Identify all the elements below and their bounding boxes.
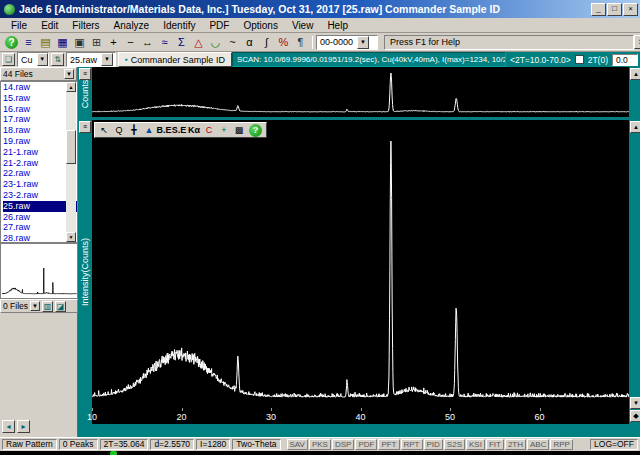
anode-combo[interactable]: Cu ▼ [17, 52, 49, 67]
pattern-thumbnail[interactable] [0, 243, 78, 299]
status-button-pks[interactable]: PKS [309, 439, 331, 450]
x-axis-ticks: 102030405060 [92, 410, 629, 422]
scroll-up-icon[interactable]: ▲ [66, 82, 76, 92]
main-chart-menu-icon[interactable]: ≡ [79, 121, 91, 133]
status-button-rpt[interactable]: RPT [401, 439, 423, 450]
status-button-rpp[interactable]: RPP [550, 439, 572, 450]
full-range-icon[interactable]: ↔ [139, 35, 156, 50]
status-button-2th[interactable]: 2TH [505, 439, 526, 450]
anode-value: Cu [21, 55, 33, 65]
chevron-down-icon[interactable]: ▼ [30, 301, 40, 311]
chevron-down-icon[interactable]: ▼ [64, 69, 74, 79]
wavelength-spin[interactable]: ⇅ [51, 53, 64, 66]
taskbar-jade-icon[interactable] [110, 451, 117, 455]
close-pattern-button[interactable]: × [634, 35, 640, 49]
overview-chart[interactable] [92, 67, 629, 117]
menu-view[interactable]: View [285, 20, 321, 31]
file-count-dropdown[interactable]: 44 Files ▼ [0, 67, 77, 81]
integrate-icon[interactable]: ∫ [258, 35, 275, 50]
copy-icon[interactable]: ⊞ [88, 35, 105, 50]
close-button[interactable]: × [623, 3, 638, 16]
chevron-down-icon[interactable]: ▼ [101, 53, 113, 66]
help-icon[interactable]: ? [5, 36, 18, 49]
chevron-down-icon[interactable]: ▼ [357, 36, 369, 49]
chart-scroll-down-icon[interactable]: ▾ [630, 397, 640, 409]
report-icon[interactable]: ¶ [292, 35, 309, 50]
overview-menu-icon[interactable]: ≡ [79, 68, 91, 80]
menu-file[interactable]: File [4, 20, 34, 31]
stack-icon[interactable]: Σ [173, 35, 190, 50]
file-combo[interactable]: 25.raw ▼ [66, 52, 116, 67]
pointer-icon[interactable]: ↖ [97, 124, 111, 137]
minimize-button[interactable]: _ [591, 3, 606, 16]
counts-axis-label: Counts [80, 80, 90, 109]
k-alpha2-icon[interactable]: α [241, 35, 258, 50]
status-button-sav[interactable]: SAV [287, 439, 308, 450]
status-button-pft[interactable]: PFT [378, 439, 399, 450]
overlay-icon[interactable]: ≈ [156, 35, 173, 50]
chart-marker-icon[interactable]: ◆ [630, 410, 640, 422]
status-button-abc[interactable]: ABC [527, 439, 549, 450]
log-toggle[interactable]: LOG=OFF [590, 439, 638, 450]
background-edit-icon[interactable]: B.E [157, 124, 171, 137]
save-icon[interactable]: ▦ [54, 35, 71, 50]
main-trace[interactable] [92, 120, 629, 424]
help-hint: Press F1 for Help [384, 35, 634, 50]
peak-id-icon[interactable]: △ [190, 35, 207, 50]
x-tick-label: 30 [266, 412, 276, 422]
next-pattern-icon[interactable]: ▸ [17, 420, 30, 433]
clear-overlays-icon[interactable]: C [202, 124, 216, 137]
menu-identify[interactable]: Identify [156, 20, 202, 31]
smooth-icon[interactable]: ~ [224, 35, 241, 50]
scroll-thumb[interactable] [66, 130, 76, 164]
status-button-fit[interactable]: FIT [486, 439, 504, 450]
display-options-icon[interactable]: ▩ [232, 124, 246, 137]
add-overlay-icon[interactable]: + [217, 124, 231, 137]
zoom-out-icon[interactable]: − [122, 35, 139, 50]
overview-trace[interactable] [92, 67, 629, 117]
pdf-number-combo[interactable]: 00-0000 ▼ [316, 35, 378, 50]
crosshair-icon[interactable]: ╋ [127, 124, 141, 137]
toolbar: ?≡▤▦▣⊞+−↔≈Σ△◡~α∫%¶ 00-0000 ▼ Press F1 fo… [0, 33, 640, 52]
pattern-list-icon[interactable]: ≡ [20, 35, 37, 50]
chart-mini-toolbar: ↖Q╋▲B.ES.EKαC+▩? [94, 122, 267, 138]
thumbnail-chart[interactable] [2, 256, 77, 298]
maximize-button[interactable]: □ [607, 3, 622, 16]
overview-scroll-up-icon[interactable]: ▴ [630, 68, 640, 80]
preview-icon[interactable]: ▥ [42, 301, 53, 312]
chart-help-icon[interactable]: ? [249, 124, 262, 137]
status-button-dsp[interactable]: DSP [332, 439, 354, 450]
zoom-in-icon[interactable]: + [105, 35, 122, 50]
menu-help[interactable]: Help [320, 20, 355, 31]
smooth-edit-icon[interactable]: S.E [172, 124, 186, 137]
status-button-ksi[interactable]: KSI [466, 439, 485, 450]
scroll-down-icon[interactable]: ▼ [66, 232, 76, 242]
open-file-icon[interactable]: ▤ [37, 35, 54, 50]
chevron-down-icon[interactable]: ▼ [37, 53, 48, 66]
percent-icon[interactable]: % [275, 35, 292, 50]
tab-commander-sample-id[interactable]: ▪ Commander Sample ID [118, 52, 232, 67]
background-fit-icon[interactable]: ◡ [207, 35, 224, 50]
menu-analyze[interactable]: Analyze [107, 20, 157, 31]
overlay-count-dropdown[interactable]: 0 Files ▼ ▥ ◪ [0, 299, 78, 313]
menu-filters[interactable]: Filters [65, 20, 106, 31]
status-button-s2s[interactable]: S2S [444, 439, 465, 450]
infobar: ❏ Cu ▼ ⇅ 25.raw ▼ ▪ Commander Sample ID … [0, 52, 640, 67]
status-button-pdf[interactable]: PDF [355, 439, 377, 450]
info-icon[interactable]: ◪ [55, 301, 66, 312]
prev-pattern-icon[interactable]: ◂ [2, 420, 15, 433]
zoom-mode-icon[interactable]: Q [112, 124, 126, 137]
menu-edit[interactable]: Edit [34, 20, 65, 31]
print-icon[interactable]: ▣ [71, 35, 88, 50]
peak-cursor-icon[interactable]: ▲ [142, 124, 156, 137]
main-chart[interactable]: 102030405060 [92, 120, 629, 424]
menu-pdf[interactable]: PDF [202, 20, 236, 31]
offset-input[interactable]: 0.0 [612, 54, 638, 66]
file-list-scrollbar[interactable]: ▲ ▼ [66, 82, 76, 242]
offset-checkbox[interactable] [575, 55, 584, 64]
status-button-pid[interactable]: PID [424, 439, 443, 450]
chart-scroll-up-icon[interactable]: ▴ [630, 121, 640, 133]
menu-options[interactable]: Options [236, 20, 284, 31]
k-alpha2-strip-icon[interactable]: Kα [187, 124, 201, 137]
tile-windows-icon[interactable]: ❏ [2, 53, 15, 66]
